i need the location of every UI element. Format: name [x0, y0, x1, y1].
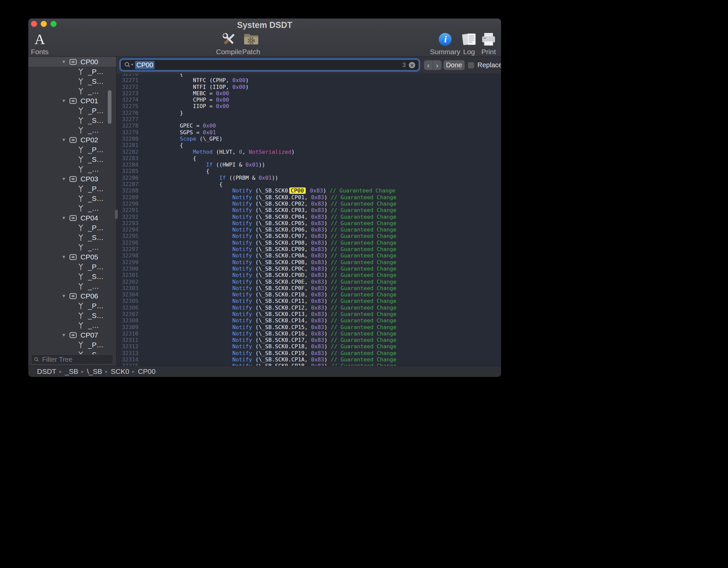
disclosure-triangle-icon[interactable]: ▼ — [62, 215, 68, 220]
code-token: Notify — [232, 240, 252, 246]
replace-checkbox[interactable] — [468, 62, 474, 69]
code-token: ) — [324, 343, 331, 350]
tree-item-_S[interactable]: _S… — [28, 193, 116, 203]
tree-item-CP02[interactable]: ▼CP02 — [28, 135, 116, 145]
code-text: Scope (\_GPE) — [154, 136, 223, 142]
code-token: 0x83 — [310, 187, 323, 194]
tree-item-CP01[interactable]: ▼CP01 — [28, 96, 116, 106]
tree-item-_P[interactable]: _P… — [28, 301, 116, 311]
disclosure-triangle-icon[interactable]: ▼ — [62, 137, 68, 142]
breadcrumb-item-CP00[interactable]: CP00 — [138, 367, 156, 376]
line-number: 32311 — [117, 337, 138, 343]
code-token: Notify — [232, 187, 252, 194]
code-token: (\_SB.SCK0.CP18, — [252, 343, 311, 350]
tree-item-_S[interactable]: _S… — [28, 154, 116, 164]
tree-item-CP06[interactable]: ▼CP06 — [28, 291, 116, 301]
tree-item-label: _P… — [88, 302, 104, 310]
disclosure-triangle-icon[interactable]: ▼ — [62, 332, 68, 338]
tree-item-_[interactable]: _… — [28, 125, 116, 135]
tree-item-_P[interactable]: _P… — [28, 106, 116, 115]
tree-item-_P[interactable]: _P… — [28, 184, 116, 193]
code-text: Notify (\_SB.SCK0.CP04, 0x83) // Guarant… — [154, 214, 396, 220]
fonts-button[interactable]: A Fonts — [28, 31, 54, 56]
breadcrumb-item-SCK0[interactable]: SCK0 — [111, 367, 129, 376]
print-button[interactable]: Print — [474, 31, 501, 56]
code-token: 0 — [239, 149, 242, 155]
line-number: 32309 — [117, 324, 138, 330]
tree-item-_[interactable]: _… — [28, 164, 116, 174]
tree-item-_[interactable]: _… — [28, 320, 116, 330]
tree-item-CP00[interactable]: ▼CP00 — [28, 57, 116, 67]
clear-search-icon[interactable]: × — [409, 62, 415, 68]
line-number: 32284 — [117, 162, 138, 168]
line-number: 32272 — [117, 84, 138, 90]
code-token: { — [154, 142, 183, 148]
code-token: 0x83 — [311, 317, 324, 324]
done-button[interactable]: Done — [443, 60, 465, 70]
summary-info-icon: i — [438, 31, 452, 47]
disclosure-triangle-icon[interactable]: ▼ — [62, 176, 68, 181]
tree-item-_S[interactable]: _S… — [28, 115, 116, 125]
code-token — [154, 337, 232, 343]
code-token — [154, 149, 193, 155]
tree-item-_[interactable]: _… — [28, 281, 116, 291]
code-token: ) — [324, 265, 331, 272]
breadcrumb-item-DSDT[interactable]: DSDT — [37, 367, 56, 376]
search-menu-icon[interactable] — [124, 62, 134, 68]
tree-item-_P[interactable]: _P… — [28, 340, 116, 350]
disclosure-triangle-icon[interactable]: ▼ — [62, 98, 68, 103]
search-icon — [34, 357, 39, 362]
code-editor[interactable]: 32270 {32271 NTFC (CPHP, 0x00)32272 NTFI… — [117, 74, 501, 366]
code-token: // Guaranteed Change — [331, 356, 396, 363]
breadcrumb-item-_SB[interactable]: \_SB — [87, 367, 102, 376]
code-token: Notify — [232, 324, 252, 330]
tree-item-CP07[interactable]: ▼CP07 — [28, 330, 116, 340]
code-token: 0x83 — [311, 220, 324, 226]
code-token — [154, 305, 232, 311]
tree-item-_[interactable]: _… — [28, 86, 116, 96]
method-icon — [77, 273, 84, 280]
code-token: ) — [324, 324, 331, 330]
code-token: Notify — [232, 363, 252, 366]
code-token: { — [154, 181, 223, 187]
tree-item-CP05[interactable]: ▼CP05 — [28, 252, 116, 262]
disclosure-triangle-icon[interactable]: ▼ — [62, 293, 68, 298]
filter-tree-input[interactable] — [41, 355, 110, 364]
find-next-button[interactable]: › — [433, 60, 442, 70]
tree-item-_S[interactable]: _S… — [28, 76, 116, 86]
tree-item-label: _… — [88, 243, 99, 251]
code-line: 32296 Notify (\_SB.SCK0.CP08, 0x83) // G… — [117, 240, 501, 246]
tree-item-_P[interactable]: _P… — [28, 67, 116, 76]
code-line: 32301 Notify (\_SB.SCK0.CP0D, 0x83) // G… — [117, 272, 501, 278]
tree-item-_S[interactable]: _S… — [28, 272, 116, 281]
disclosure-triangle-icon[interactable]: ▼ — [62, 59, 68, 64]
code-text: Notify (\_SB.SCK0.CP07, 0x83) // Guarant… — [154, 233, 396, 239]
find-previous-button[interactable]: ‹ — [424, 60, 433, 70]
tree-item-CP04[interactable]: ▼CP04 — [28, 213, 116, 223]
tree-item-_P[interactable]: _P… — [28, 262, 116, 272]
pane-splitter-handle[interactable] — [115, 210, 118, 219]
code-token — [154, 214, 232, 220]
tree-item-_[interactable]: _… — [28, 242, 116, 252]
title-bar[interactable]: System DSDT — [28, 19, 501, 31]
sidebar-scrollbar[interactable] — [108, 90, 111, 124]
tree-item-_S[interactable]: _S… — [28, 233, 116, 242]
tree-item-_P[interactable]: _P… — [28, 223, 116, 233]
patch-button[interactable]: Patch — [237, 31, 265, 56]
code-token: Notify — [232, 220, 252, 226]
line-number: 32304 — [117, 291, 138, 298]
tree-item-CP03[interactable]: ▼CP03 — [28, 174, 116, 184]
tree-item-_P[interactable]: _P… — [28, 145, 116, 154]
disclosure-triangle-icon[interactable]: ▼ — [62, 254, 68, 259]
search-input[interactable]: CP00 3 × — [121, 60, 419, 70]
method-icon — [77, 146, 84, 153]
breadcrumb-item-_SB[interactable]: _SB — [65, 367, 78, 376]
tree-item-_S[interactable]: _S… — [28, 311, 116, 320]
code-token: SGPS = — [154, 129, 203, 136]
tree-item-_[interactable]: _… — [28, 203, 116, 213]
code-token: 0x83 — [311, 291, 324, 298]
line-number: 32282 — [117, 149, 138, 155]
scope-icon — [69, 293, 77, 299]
filter-tree-field[interactable] — [31, 354, 113, 364]
code-token: // Guaranteed Change — [331, 305, 396, 311]
